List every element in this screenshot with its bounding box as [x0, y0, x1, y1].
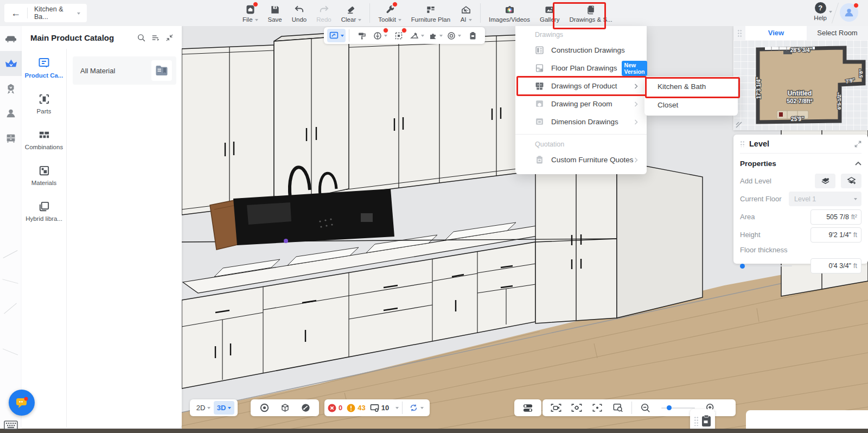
nav-materials[interactable]: Materials: [22, 164, 66, 186]
camera-icon: [504, 4, 515, 15]
annotation-icon: [329, 31, 339, 40]
spiral-caret: [458, 35, 461, 39]
rail-badge-item[interactable]: [0, 76, 22, 101]
drag-dots-icon: [737, 29, 742, 37]
menu-drawing-per-room[interactable]: Drawing per Room: [515, 95, 647, 113]
clipboard-tool-button[interactable]: [463, 29, 482, 42]
zoom-slider[interactable]: [661, 407, 695, 409]
walkthrough-camera-button[interactable]: [546, 401, 566, 415]
crown-icon: [5, 58, 17, 70]
performance-gauge-button[interactable]: [295, 401, 316, 415]
current-floor-select[interactable]: Level 1: [789, 192, 861, 206]
nav-hybrid-library[interactable]: Hybrid libra...: [22, 200, 66, 222]
rail-furniture-item[interactable]: [0, 26, 22, 51]
clear-icon: [346, 4, 356, 15]
material-brush-button[interactable]: [408, 29, 426, 42]
minimap-floorplan[interactable]: 28'5 3/4" 17'3 1/4" Untitled 502 7/8ft² …: [733, 40, 868, 130]
redo-button[interactable]: Redo: [311, 2, 336, 24]
visibility-button[interactable]: [254, 401, 275, 415]
furniture-plan-icon: [425, 4, 436, 15]
tab-view[interactable]: View: [745, 26, 807, 40]
minimap-drag-handle[interactable]: [733, 26, 745, 40]
displays-indicator[interactable]: 10: [370, 404, 393, 412]
floor-thickness-slider[interactable]: [740, 265, 792, 266]
gallery-button[interactable]: Gallery: [535, 2, 564, 24]
furniture-plan-button[interactable]: Furniture Plan: [406, 2, 455, 24]
user-avatar[interactable]: [840, 3, 858, 22]
rail-cabinet-item[interactable]: [0, 126, 22, 151]
catalog-collapse-button[interactable]: [162, 30, 176, 44]
dim-notch-side-label: 6'5-1/2": [837, 92, 842, 110]
area-input[interactable]: 505 7/8 ft²: [810, 209, 861, 225]
project-name-dropdown[interactable]: Kitchen & Ba...: [28, 5, 75, 21]
spiral-tool-button[interactable]: [445, 29, 463, 42]
area-row: Area 505 7/8 ft²: [740, 208, 861, 226]
issues-caret: [395, 407, 399, 411]
zoom-out-button[interactable]: [635, 401, 656, 415]
drawings-of-product-submenu: Kitchen & Bath Closet: [644, 77, 738, 116]
mode-2d-button[interactable]: 2D: [193, 401, 214, 415]
focus-icon: [592, 403, 602, 412]
rail-premium-item[interactable]: [0, 51, 22, 76]
clear-caret: [358, 19, 361, 23]
annotation-tool-button[interactable]: [327, 29, 346, 42]
minimap-resize-handle[interactable]: [736, 122, 742, 128]
sync-button[interactable]: [406, 401, 426, 415]
expand-panel-icon[interactable]: [854, 141, 861, 148]
mode-3d-button[interactable]: 3D: [214, 401, 234, 415]
properties-row[interactable]: Properties: [740, 155, 861, 172]
help-button[interactable]: ? Help: [814, 2, 832, 21]
menu-dimension-drawings[interactable]: Dimension Drawings: [515, 113, 647, 131]
globe-icon: [373, 31, 382, 40]
marquee-select-button[interactable]: [390, 29, 408, 42]
file-button[interactable]: File: [238, 2, 263, 24]
render-globe-button[interactable]: [371, 29, 390, 42]
ai-icon: [460, 4, 472, 15]
height-input[interactable]: 9'2 1/4" ft: [810, 227, 861, 243]
paint-roller-button[interactable]: [353, 29, 371, 42]
toolkit-button[interactable]: Toolkit: [373, 2, 406, 24]
cube-icon: [280, 403, 290, 413]
level-drag-handle[interactable]: [740, 141, 745, 147]
nav-product-catalog[interactable]: Product Ca...: [22, 56, 66, 79]
rail-designer-item[interactable]: [0, 101, 22, 126]
tab-select-room[interactable]: Select Room: [807, 26, 868, 40]
slider-knob[interactable]: [740, 264, 745, 269]
add-level-above-button[interactable]: [815, 174, 835, 188]
camera-settings-button[interactable]: [566, 401, 587, 415]
warnings-indicator[interactable]: 43: [347, 404, 369, 412]
all-material-item[interactable]: All Material: [73, 56, 176, 85]
chat-support-button[interactable]: [9, 390, 35, 416]
center-focus-button[interactable]: [587, 401, 608, 415]
zoom-slider-knob[interactable]: [667, 405, 672, 410]
nav-parts[interactable]: Parts: [22, 93, 66, 114]
submenu-chevron-icon: [634, 119, 639, 125]
undo-button[interactable]: Undo: [287, 2, 312, 24]
zoom-to-area-button[interactable]: [608, 401, 628, 415]
add-level-below-button[interactable]: [841, 174, 861, 188]
menu-floor-plan-drawings[interactable]: Floor Plan Drawings New Version: [515, 59, 647, 77]
menu-drawings-of-product[interactable]: Drawings of Product: [515, 77, 647, 95]
top-bar: ← Kitchen & Ba... File Save: [0, 0, 868, 26]
back-button[interactable]: ←: [4, 8, 27, 19]
catalog-header: Main Product Catalog: [22, 26, 182, 49]
drawings-schemes-button[interactable]: Drawings & S...: [564, 2, 617, 24]
floor-thickness-input[interactable]: 0'4 3/4" ft: [810, 258, 861, 273]
plugins-button[interactable]: [426, 29, 445, 42]
perspective-cube-button[interactable]: [275, 401, 295, 415]
images-videos-button[interactable]: Images/Videos: [484, 2, 535, 24]
catalog-filter-button[interactable]: [148, 30, 162, 44]
submenu-closet[interactable]: Closet: [644, 96, 738, 114]
warning-icon: [347, 404, 355, 412]
save-button[interactable]: Save: [263, 2, 287, 24]
ai-button[interactable]: AI: [455, 2, 477, 24]
display-settings-button[interactable]: [518, 401, 538, 415]
catalog-search-button[interactable]: [134, 30, 148, 44]
menu-construction-drawings[interactable]: Construction Drawings: [515, 41, 647, 59]
menu-custom-furniture-quotes[interactable]: Custom Furniture Quotes: [515, 151, 647, 169]
submenu-kitchen-bath[interactable]: Kitchen & Bath: [644, 78, 738, 96]
clear-button[interactable]: Clear: [336, 2, 366, 24]
errors-indicator[interactable]: 0: [328, 404, 347, 412]
keyboard-shortcuts-icon[interactable]: [4, 421, 18, 430]
nav-combinations[interactable]: Combinations: [22, 129, 66, 150]
